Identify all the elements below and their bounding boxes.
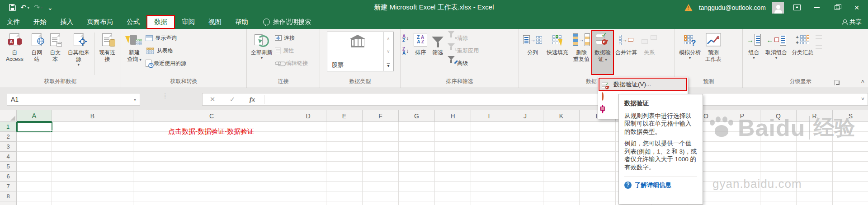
tab-help[interactable]: 帮助 (228, 15, 255, 29)
sort-button[interactable]: Z AA Z 排序 (411, 31, 429, 74)
tab-view[interactable]: 视图 (202, 15, 228, 29)
subtotal-button[interactable]: ++ 分类汇总 (789, 31, 816, 74)
row-header[interactable]: 7 (0, 182, 17, 191)
tab-review[interactable]: 审阅 (175, 15, 202, 29)
column-header[interactable]: A (17, 110, 52, 122)
row-header[interactable]: 6 (0, 172, 17, 182)
row-cells[interactable] (17, 122, 868, 132)
new-query-button[interactable]: 新建 查询▾ (123, 31, 146, 74)
gallery-scroll-down-button[interactable]: ∨ (384, 45, 393, 57)
row-cells[interactable] (17, 172, 868, 182)
undo-button[interactable]: ↶ ▾ (20, 3, 29, 12)
consolidate-button[interactable]: → 合并计算 (613, 31, 639, 74)
customize-qat-button[interactable]: ⌄ (47, 4, 53, 11)
gallery-scroll-up-button[interactable]: ∧ (384, 32, 393, 45)
existing-connections-button[interactable]: 现有连接 (96, 31, 119, 74)
refresh-all-button[interactable]: 全部刷新 ▾ (249, 31, 275, 74)
name-box[interactable]: A1 ▾ (7, 93, 140, 106)
close-button[interactable]: ✕ (850, 2, 863, 14)
tab-file[interactable]: 文件 (0, 15, 27, 29)
save-button[interactable] (9, 4, 16, 11)
avatar[interactable] (772, 2, 784, 14)
filter-button[interactable]: 筛选 (429, 31, 446, 74)
properties-button[interactable]: 属性 (275, 45, 308, 56)
insert-function-button[interactable]: fx (242, 96, 262, 103)
relationships-button[interactable]: 关系 (639, 31, 659, 74)
column-header[interactable]: H (435, 110, 471, 122)
column-header[interactable]: Q (760, 110, 797, 122)
advanced-filter-button[interactable]: 高级 (448, 58, 479, 69)
confirm-entry-button[interactable]: ✓ (222, 95, 242, 103)
cancel-entry-button[interactable]: ✕ (203, 95, 222, 103)
show-queries-button[interactable]: 显示查询 (146, 33, 186, 43)
clear-filter-button[interactable]: ✕ 清除 (448, 33, 479, 43)
row-header[interactable] (0, 201, 17, 205)
column-header[interactable]: P (724, 110, 760, 122)
expand-formula-bar-button[interactable]: ˅ (861, 96, 864, 102)
formula-bar-drag-handle[interactable]: ⁞ (164, 94, 166, 98)
tab-page-layout[interactable]: 页面布局 (80, 15, 120, 29)
share-button[interactable]: 共享 (842, 15, 862, 29)
row-cells[interactable] (17, 142, 868, 152)
forecast-sheet-button[interactable]: 预测 工作表 (703, 31, 724, 74)
formula-input[interactable] (266, 93, 868, 105)
column-header[interactable]: D (290, 110, 326, 122)
row-header[interactable]: 5 (0, 162, 17, 172)
reapply-filter-button[interactable]: 重新应用 (448, 45, 479, 56)
column-header[interactable]: R (797, 110, 833, 122)
tab-formulas[interactable]: 公式 (120, 15, 146, 29)
column-header[interactable]: E (326, 110, 363, 122)
text-to-columns-button[interactable]: → 分列 (521, 31, 544, 74)
column-header[interactable]: S (833, 110, 868, 122)
row-cells[interactable] (17, 182, 868, 191)
show-detail-icon[interactable] (816, 35, 822, 39)
connections-button[interactable]: 连接 (275, 33, 308, 43)
row-header[interactable]: 8 (0, 191, 17, 201)
select-all-corner[interactable] (0, 110, 17, 122)
account-name[interactable]: tanggudu@outlook.com (699, 4, 766, 11)
row-cells[interactable] (17, 201, 868, 205)
edit-links-button[interactable]: 编辑链接 (275, 58, 308, 69)
what-if-analysis-button[interactable]: ? 模拟分析 ▾ (677, 31, 703, 74)
tell-me-search[interactable]: 操作说明搜索 (263, 15, 311, 29)
outline-dialog-launcher[interactable] (835, 80, 840, 85)
group-button[interactable]: → 组合 ▾ (745, 31, 763, 74)
column-header[interactable]: C (133, 110, 290, 122)
row-cells[interactable] (17, 152, 868, 162)
from-text-button[interactable]: 自文本 (46, 31, 65, 74)
row-header[interactable]: 2 (0, 132, 17, 142)
sort-ascending-button[interactable]: AZ ↓ (402, 34, 409, 42)
data-validation-button[interactable]: ✓ 数据验 证▾ (592, 31, 613, 74)
ungroup-button[interactable]: ← 取消组合 ▾ (763, 31, 789, 74)
column-header[interactable]: G (399, 110, 435, 122)
restore-button[interactable] (830, 2, 844, 14)
sort-descending-button[interactable]: ZA ↓ (402, 47, 409, 55)
row-header[interactable]: 3 (0, 142, 17, 152)
row-cells[interactable] (17, 191, 868, 201)
warning-icon[interactable]: ! (684, 4, 693, 11)
column-header[interactable]: F (363, 110, 399, 122)
row-header[interactable]: 4 (0, 152, 17, 162)
column-header[interactable]: B (52, 110, 133, 122)
recent-sources-button[interactable]: 最近使用的源 (146, 58, 186, 69)
minimize-button[interactable] (810, 2, 824, 14)
hide-detail-icon[interactable] (816, 45, 822, 49)
redo-button[interactable]: ↷ ▾ (34, 3, 43, 12)
fill-handle[interactable] (51, 130, 53, 133)
row-cells[interactable] (17, 162, 868, 172)
remove-duplicates-button[interactable]: → 删除 重复值 (571, 31, 592, 74)
from-access-button[interactable]: A 自 Access (2, 31, 28, 74)
tab-home[interactable]: 开始 (27, 15, 53, 29)
tell-me-more-link[interactable]: 了解详细信息 (635, 181, 671, 189)
row-cells[interactable] (17, 132, 868, 142)
stocks-gallery-item[interactable]: 股票 (327, 32, 383, 71)
tab-data[interactable]: 数据 (146, 15, 175, 29)
gallery-more-button[interactable]: —▾ (384, 58, 393, 71)
row-header[interactable]: 1 (0, 122, 17, 132)
column-header[interactable]: K (543, 110, 580, 122)
from-web-button[interactable]: 自网站 (28, 31, 46, 74)
ribbon-display-options-button[interactable] (790, 2, 804, 14)
column-header[interactable]: I (471, 110, 507, 122)
collapse-ribbon-button[interactable]: ˄ (861, 78, 864, 85)
column-header[interactable]: J (507, 110, 543, 122)
